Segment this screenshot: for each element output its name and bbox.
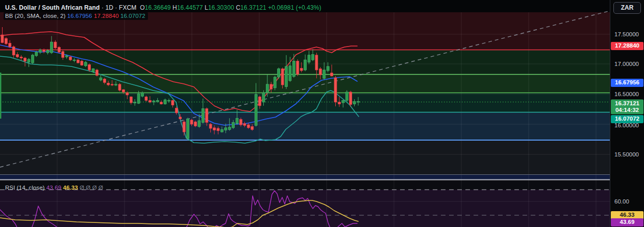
candle-body <box>285 66 288 87</box>
candle-body <box>145 97 147 100</box>
rsi-indicator-label[interactable]: RSI (14, close) <box>5 185 45 191</box>
candle-body <box>213 128 216 130</box>
rsi-value: 43.69 <box>46 185 61 191</box>
candle-body <box>24 58 27 61</box>
candle-body <box>220 129 223 132</box>
zone-navy-band <box>0 175 610 179</box>
candle-body <box>319 69 321 75</box>
candle-body <box>92 69 94 72</box>
close-value: 16.37121 <box>240 4 266 11</box>
candle-body <box>247 125 250 128</box>
candle-body <box>300 68 303 71</box>
candle-body <box>103 79 106 82</box>
candle-body <box>327 66 329 71</box>
candle-body <box>202 109 204 123</box>
high-label: H <box>172 4 177 11</box>
candle-body <box>228 127 231 130</box>
open-label: O <box>140 4 144 11</box>
rsi-empty-slot: Ø <box>80 185 84 191</box>
candle-body <box>137 94 140 104</box>
candle-body <box>65 56 68 57</box>
candle-body <box>270 84 273 89</box>
candle-body <box>296 61 299 74</box>
candle-body <box>1 35 4 42</box>
bb-basis-value: 16.67956 <box>67 13 92 19</box>
candle-body <box>130 97 132 103</box>
rsi-badge: 43.69 <box>611 218 643 226</box>
candle-body <box>84 62 87 66</box>
candle-body <box>323 70 326 78</box>
candle-body <box>274 77 276 88</box>
partial-candle <box>0 73 2 119</box>
bb-upper-value: 17.28840 <box>94 13 119 19</box>
bb-indicator-label[interactable]: BB (20, SMA, close, 2) <box>5 13 66 19</box>
candle-body <box>278 69 280 77</box>
exchange-label[interactable]: FXCM <box>119 4 136 11</box>
candle-body <box>266 84 268 93</box>
candle-body <box>217 128 219 131</box>
candle-body <box>62 52 64 58</box>
open-value: 16.36649 <box>145 4 171 11</box>
candle-body <box>350 92 352 104</box>
candle-body <box>315 55 318 70</box>
candle-body <box>35 52 38 56</box>
price-axis[interactable]: ZAR 17.5000017.0000016.5000016.0000015.5… <box>610 0 644 227</box>
rsi-pane-zone <box>0 190 610 227</box>
candle-body <box>58 48 60 52</box>
candle-body <box>126 93 129 95</box>
rsi-indicator-row: RSI (14, close) 43.69 46.33 Ø Ø Ø Ø <box>5 185 103 191</box>
candle-body <box>183 122 185 132</box>
candle-body <box>194 122 196 126</box>
rsi-empty-slot: Ø <box>86 185 90 191</box>
candle-body <box>31 55 34 63</box>
candle-body <box>156 100 159 101</box>
candle-body <box>304 60 307 70</box>
zone-teal <box>0 93 610 112</box>
candle-body <box>5 38 7 43</box>
candle-body <box>292 61 295 76</box>
axis-label: 60.00 <box>614 198 629 205</box>
bb-indicator-row: BB (20, SMA, close, 2) 16.67956 17.28840… <box>4 12 148 20</box>
candle-body <box>9 43 11 47</box>
candle-body <box>206 109 208 123</box>
close-label: C <box>236 4 240 11</box>
candle-body <box>54 42 57 48</box>
candle-body <box>16 55 19 57</box>
candle-body <box>141 93 144 96</box>
timeframe-label[interactable]: 1D <box>105 4 113 11</box>
candle-body <box>134 102 136 103</box>
candle-body <box>175 108 178 112</box>
candle-body <box>167 100 170 101</box>
currency-toggle-button[interactable]: ZAR <box>613 2 641 14</box>
candle-body <box>334 78 337 102</box>
candle-body <box>28 59 30 62</box>
candle-body <box>50 42 53 53</box>
candle-body <box>115 84 117 85</box>
candle-body <box>331 73 333 76</box>
candle-body <box>262 93 265 102</box>
candle-body <box>179 117 182 119</box>
symbol-title[interactable]: U.S. Dollar / South African Rand <box>5 4 100 11</box>
candle-body <box>73 60 76 61</box>
bb-lower-value: 16.07072 <box>120 13 145 19</box>
candle-body <box>46 50 49 53</box>
candle-body <box>190 120 193 124</box>
candle-body <box>251 127 254 130</box>
axis-label: 17.00000 <box>614 61 639 67</box>
candle-body <box>69 57 72 60</box>
candle-body <box>81 61 83 65</box>
candle-body <box>259 97 261 105</box>
candle-body <box>342 100 344 103</box>
candle-body <box>353 102 356 104</box>
candle-body <box>239 120 242 125</box>
rsi-ma-value: 46.33 <box>63 185 78 191</box>
zone-blue <box>0 112 610 140</box>
candle-body <box>100 78 102 80</box>
separator-dot: · <box>102 4 104 11</box>
candle-body <box>107 83 110 85</box>
low-label: L <box>205 4 208 11</box>
candle-body <box>243 124 246 125</box>
main-chart-canvas[interactable] <box>0 0 644 227</box>
candle-body <box>164 100 166 104</box>
candle-body <box>43 50 45 51</box>
